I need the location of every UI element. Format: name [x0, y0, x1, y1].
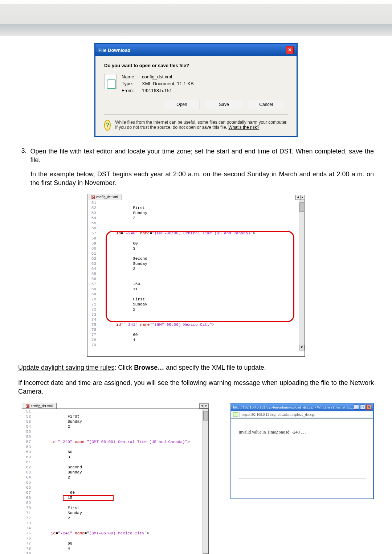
from-value: 192.168.5.151 — [142, 88, 194, 93]
close-icon[interactable]: ✕ — [286, 46, 294, 54]
tab-close-icon[interactable] — [26, 404, 29, 408]
file-download-question: Do you want to open or save this file? — [104, 63, 288, 68]
step-number-3: 3. — [18, 147, 27, 165]
type-value: XML Document, 11.1 KB — [142, 81, 194, 86]
ie-error-window: http://192.168.6.121/cgi-bin/admin/uploa… — [230, 403, 374, 499]
file-download-dialog: File Download ✕ Do you want to open or s… — [94, 43, 298, 137]
open-button[interactable]: Open — [164, 100, 200, 109]
name-value: config_dst.xml — [142, 74, 194, 79]
file-download-title: File Download — [98, 48, 130, 53]
close-icon[interactable]: ✕ — [366, 405, 371, 410]
ie-titlebar[interactable]: http://192.168.6.121/cgi-bin/admin/uploa… — [231, 403, 373, 411]
question-icon: ? — [104, 120, 111, 131]
update-rules-underline: Update daylight saving time rules — [18, 364, 114, 371]
vertical-scrollbar[interactable]: ▼ — [203, 409, 208, 554]
editor-a: config_dst.xml ◄► 51 52 First53 Sunday54… — [87, 194, 305, 357]
scrollbar-thumb[interactable] — [299, 202, 304, 212]
code-editor[interactable]: 51 52 First53 Sunday54 255 56 57 id="-24… — [87, 200, 305, 357]
whats-the-risk-link[interactable]: What's the risk? — [228, 125, 259, 130]
browse-label: Browse… — [134, 364, 164, 371]
ie-url: http://192.168.6.121/cgi-bin/admin/uploa… — [240, 412, 371, 417]
file-download-warning: While files from the Internet can be use… — [115, 120, 288, 131]
editor-tab[interactable]: config_dst.xml — [87, 194, 122, 200]
save-button[interactable]: Save — [206, 100, 242, 109]
code-editor[interactable]: 51 52 First53 Sunday54 255 56 57 id="-24… — [22, 409, 209, 554]
tab-close-icon[interactable] — [91, 196, 95, 199]
editor-tab[interactable]: config_dst.xml — [22, 403, 57, 409]
ie-title-text: http://192.168.6.121/cgi-bin/admin/uploa… — [233, 405, 354, 409]
chevron-down-icon[interactable]: ▼ — [299, 345, 305, 350]
from-label: From: — [122, 88, 142, 93]
ie-address-bar[interactable]: http://192.168.6.121/cgi-bin/admin/uploa… — [231, 411, 373, 419]
chevron-left-icon[interactable]: ◄ — [199, 403, 204, 409]
example-text: In the example below, DST begins each ye… — [30, 170, 374, 188]
chevron-left-icon[interactable]: ◄ — [295, 195, 300, 200]
ie-page-icon — [233, 412, 238, 416]
ie-error-text: Invalid value in TimeZone id: -240 . . . — [238, 430, 366, 435]
file-download-details: Name: config_dst.xml Type: XML Document,… — [122, 74, 194, 93]
maximize-icon[interactable]: □ — [360, 405, 365, 410]
scrollbar-thumb[interactable] — [203, 411, 208, 420]
minimize-icon[interactable]: _ — [354, 405, 359, 410]
xml-file-icon — [104, 74, 117, 89]
page-header-accent — [0, 4, 392, 36]
type-label: Type: — [122, 81, 142, 86]
tab-scroll-arrows[interactable]: ◄► — [199, 403, 209, 409]
tab-scroll-arrows[interactable]: ◄► — [295, 195, 305, 200]
file-download-titlebar[interactable]: File Download ✕ — [95, 44, 297, 56]
update-rules-text: Update daylight saving time rules: Click… — [18, 363, 374, 372]
warning-paragraph: If incorrect date and time are assigned,… — [18, 378, 374, 396]
chevron-right-icon[interactable]: ► — [204, 403, 209, 409]
step-3-text: Open the file with text editor and locat… — [30, 147, 374, 165]
name-label: Name: — [122, 74, 142, 79]
vertical-scrollbar[interactable]: ▼ — [299, 200, 305, 350]
highlight-circle — [106, 231, 294, 322]
editor-b: config_dst.xml ◄► 51 52 First53 Sunday54… — [22, 403, 209, 554]
cancel-button[interactable]: Cancel — [248, 100, 284, 109]
chevron-right-icon[interactable]: ► — [300, 195, 305, 200]
highlight-box — [63, 495, 114, 501]
